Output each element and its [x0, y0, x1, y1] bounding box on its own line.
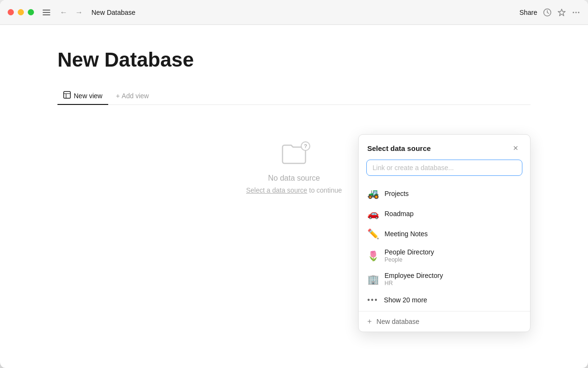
main-content: New Database New view + Add view	[0, 25, 588, 368]
folder-icon-wrap: ?	[282, 143, 306, 166]
list-item[interactable]: 🌷 People Directory People	[359, 244, 530, 267]
page-title: New Database	[57, 48, 531, 72]
plus-icon: +	[116, 92, 120, 100]
data-source-dropdown: Select data source ✕ 🚜 Projects 🚗	[358, 134, 531, 332]
no-data-title: No data source	[268, 174, 320, 183]
forward-button[interactable]: →	[72, 6, 86, 19]
svg-rect-0	[43, 10, 50, 11]
sidebar-toggle-button[interactable]	[40, 6, 53, 19]
list-item[interactable]: 🏢 Employee Directory HR	[359, 267, 530, 291]
table-icon	[63, 91, 71, 100]
nav-buttons: ← →	[57, 6, 86, 19]
list-item[interactable]: ✏️ Meeting Notes	[359, 224, 530, 244]
search-input[interactable]	[366, 160, 522, 176]
meeting-notes-info: Meeting Notes	[384, 230, 428, 238]
tabs-bar: New view + Add view	[57, 87, 531, 105]
employee-directory-sub: HR	[384, 280, 443, 287]
dropdown-list: 🚜 Projects 🚗 Roadmap ✏️	[359, 182, 530, 311]
titlebar-title: New Database	[91, 9, 520, 16]
meeting-notes-emoji: ✏️	[367, 228, 379, 240]
svg-rect-2	[43, 14, 50, 15]
list-item[interactable]: 🚗 Roadmap	[359, 204, 530, 224]
employee-directory-emoji: 🏢	[367, 274, 379, 285]
page-area: New Database New view + Add view	[0, 25, 588, 368]
tab-new-view[interactable]: New view	[57, 87, 108, 105]
dropdown-title: Select data source	[367, 144, 431, 152]
add-view-button[interactable]: + Add view	[110, 88, 155, 104]
show-more-item[interactable]: ••• Show 20 more	[359, 291, 530, 309]
svg-marker-4	[558, 9, 565, 16]
projects-emoji: 🚜	[367, 188, 379, 199]
employee-directory-name: Employee Directory	[384, 272, 443, 279]
new-database-label: New database	[376, 318, 419, 325]
maximize-traffic-light[interactable]	[28, 9, 34, 15]
back-button[interactable]: ←	[57, 6, 70, 19]
projects-name: Projects	[384, 190, 409, 197]
new-database-section[interactable]: + New database	[359, 311, 530, 332]
new-db-plus-icon: +	[367, 317, 372, 326]
dots-icon: •••	[367, 296, 378, 304]
people-directory-sub: People	[384, 256, 434, 263]
meeting-notes-name: Meeting Notes	[384, 230, 428, 238]
select-data-source-link[interactable]: Select a data source	[246, 186, 307, 194]
search-input-wrap	[359, 160, 530, 182]
show-more-label: Show 20 more	[384, 296, 427, 304]
history-icon[interactable]	[543, 8, 552, 17]
people-directory-emoji: 🌷	[367, 250, 379, 262]
titlebar-actions: Share	[520, 8, 580, 17]
app-window: ← → New Database Share	[0, 0, 588, 368]
tab-new-view-label: New view	[74, 92, 102, 100]
people-directory-info: People Directory People	[384, 248, 434, 263]
roadmap-emoji: 🚗	[367, 208, 379, 219]
no-data-sub: Select a data source to continue	[246, 186, 342, 194]
projects-info: Projects	[384, 190, 409, 197]
people-directory-name: People Directory	[384, 248, 434, 256]
no-data-suffix: to continue	[307, 186, 342, 194]
titlebar: ← → New Database Share	[0, 0, 588, 25]
close-traffic-light[interactable]	[8, 9, 14, 15]
dropdown-header: Select data source ✕	[359, 135, 530, 160]
svg-point-7	[578, 12, 579, 13]
more-options-icon[interactable]	[572, 8, 580, 17]
dropdown-close-button[interactable]: ✕	[510, 142, 521, 154]
share-button[interactable]: Share	[520, 9, 537, 16]
traffic-lights	[8, 9, 34, 15]
employee-directory-info: Employee Directory HR	[384, 272, 443, 287]
question-badge: ?	[301, 141, 310, 151]
svg-point-6	[576, 12, 577, 13]
minimize-traffic-light[interactable]	[18, 9, 24, 15]
roadmap-info: Roadmap	[384, 210, 414, 218]
add-view-label: Add view	[122, 92, 149, 100]
roadmap-name: Roadmap	[384, 210, 414, 218]
svg-rect-1	[43, 12, 50, 13]
svg-point-5	[573, 12, 574, 13]
svg-rect-8	[64, 92, 70, 98]
list-item[interactable]: 🚜 Projects	[359, 184, 530, 204]
star-icon[interactable]	[557, 8, 566, 17]
